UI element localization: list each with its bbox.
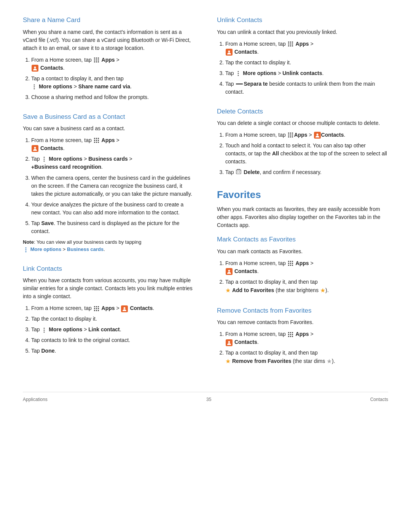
list-item: Tap the contact to display it. — [225, 59, 388, 67]
trash-icon — [236, 168, 241, 177]
svg-point-51 — [228, 50, 230, 52]
more-options-label: More options — [39, 83, 72, 89]
svg-rect-13 — [94, 138, 95, 139]
svg-rect-79 — [290, 265, 291, 266]
list-item: Tap the contact to display it. — [31, 315, 194, 323]
note-business-cards: Business cards — [67, 246, 104, 252]
svg-rect-60 — [292, 134, 293, 136]
business-card-recognition-label: Business card recognition — [34, 164, 101, 170]
svg-rect-4 — [96, 59, 97, 61]
list-item: From a Home screen, tap — [225, 131, 388, 139]
share-name-card-title: Share a Name Card — [23, 15, 194, 25]
contacts-icon — [314, 132, 321, 139]
more-options-label: More options — [243, 70, 276, 76]
svg-rect-31 — [98, 306, 99, 307]
svg-rect-20 — [96, 142, 97, 143]
left-column: Share a Name Card When you share a name … — [23, 15, 198, 377]
apps-icon — [288, 260, 294, 267]
link-contacts-section: Link Contacts When you have contacts fro… — [23, 264, 194, 355]
note-more-options: More options — [30, 246, 62, 252]
svg-rect-6 — [94, 61, 95, 62]
svg-rect-57 — [292, 133, 293, 134]
contacts-icon — [226, 268, 233, 275]
svg-rect-44 — [292, 42, 293, 43]
svg-point-53 — [238, 73, 239, 74]
all-label: All — [272, 150, 279, 157]
contacts-label: Contacts — [234, 339, 257, 345]
svg-rect-61 — [288, 136, 289, 137]
more-options-icon — [41, 327, 47, 333]
list-item: Tap a contact to display it, and then ta… — [225, 349, 388, 366]
list-item: From a Home screen, tap — [225, 259, 388, 275]
svg-point-64 — [316, 134, 318, 136]
svg-point-91 — [228, 341, 230, 343]
more-options-label: More options — [49, 156, 82, 162]
contacts-icon — [32, 145, 38, 152]
svg-point-27 — [25, 249, 27, 250]
delete-contacts-title: Delete Contacts — [217, 107, 388, 117]
unlink-contacts-section: Unlink Contacts You can unlink a contact… — [217, 15, 388, 96]
apps-label: Apps — [102, 305, 115, 311]
svg-rect-1 — [96, 58, 97, 59]
unlink-contacts-label: Unlink contacts — [282, 70, 322, 76]
svg-rect-89 — [290, 336, 291, 337]
svg-rect-43 — [290, 42, 291, 43]
svg-rect-77 — [292, 263, 293, 264]
svg-rect-19 — [94, 142, 95, 143]
link-contacts-intro: When you have contacts from various acco… — [23, 276, 194, 300]
apps-icon — [94, 306, 100, 312]
mark-favorites-title: Mark Contacts as Favorites — [217, 235, 388, 244]
remove-favorites-title: Remove Contacts from Favorites — [217, 306, 388, 316]
save-label: Save — [41, 220, 54, 226]
contacts-label: Contacts — [321, 132, 344, 138]
svg-rect-78 — [288, 265, 289, 266]
svg-point-41 — [44, 331, 45, 332]
note-label: Note — [23, 239, 34, 245]
delete-contacts-section: Delete Contacts You can delete a single … — [217, 107, 388, 177]
svg-rect-86 — [290, 334, 291, 335]
contacts-icon — [121, 305, 128, 312]
save-business-card-section: Save a Business Card as a Contact You ca… — [23, 112, 194, 253]
star-filled-icon: ★ — [225, 358, 231, 364]
list-item: Tap More options > Link contact. — [31, 326, 194, 334]
list-item: From a Home screen, tap — [225, 330, 388, 346]
delete-contacts-intro: You can delete a single contact or choos… — [217, 119, 388, 127]
separator-icon — [236, 83, 243, 85]
svg-point-22 — [34, 147, 36, 149]
list-item: From a Home screen, tap — [31, 136, 194, 152]
link-contact-label: Link contact — [88, 326, 119, 332]
unlink-contacts-title: Unlink Contacts — [217, 15, 388, 25]
list-item: Tap Separa te beside contacts to unlink … — [225, 80, 388, 96]
svg-point-9 — [34, 66, 36, 68]
svg-rect-50 — [292, 45, 293, 46]
list-item: Choose a sharing method and follow the p… — [31, 93, 194, 101]
svg-rect-63 — [292, 136, 293, 137]
more-options-icon — [23, 247, 29, 253]
svg-point-38 — [124, 307, 126, 309]
svg-rect-2 — [98, 58, 99, 59]
svg-rect-49 — [290, 45, 291, 46]
plus-icon: + — [31, 163, 34, 171]
contacts-label: Contacts — [234, 268, 257, 274]
list-item: Tap More options > Business cards > +Bus… — [31, 155, 194, 171]
svg-rect-56 — [290, 133, 291, 134]
share-name-card-intro: When you share a name card, the contact'… — [23, 28, 194, 52]
apps-icon — [94, 57, 100, 63]
svg-rect-32 — [94, 308, 95, 309]
svg-point-54 — [238, 75, 239, 76]
unlink-contacts-intro: You can unlink a contact that you previo… — [217, 28, 388, 36]
svg-rect-30 — [96, 306, 97, 307]
footer-right: Contacts — [370, 396, 388, 403]
star-filled-icon-2: ★ — [320, 287, 325, 294]
svg-point-12 — [34, 88, 35, 89]
more-options-label: More options — [49, 326, 82, 332]
svg-rect-76 — [290, 263, 291, 264]
save-business-card-intro: You can save a business card as a contac… — [23, 125, 194, 133]
svg-rect-16 — [94, 140, 95, 141]
svg-rect-46 — [290, 43, 291, 45]
svg-rect-65 — [236, 170, 241, 174]
contacts-icon — [226, 339, 233, 346]
list-item: Tap contacts to link to the original con… — [31, 336, 194, 344]
apps-icon — [94, 137, 100, 144]
svg-point-52 — [238, 71, 239, 72]
